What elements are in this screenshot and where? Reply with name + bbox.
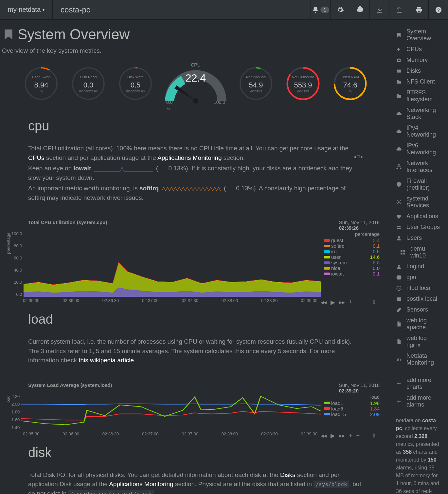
wikipedia-link[interactable]: this wikipedia article bbox=[79, 357, 134, 364]
alerts-button[interactable]: 1 bbox=[311, 0, 330, 20]
chart-rewind-button[interactable]: ◂◂ bbox=[321, 299, 327, 306]
svg-rect-21 bbox=[400, 168, 402, 169]
load-plot[interactable] bbox=[21, 394, 321, 430]
chart-play-button[interactable]: ▶ bbox=[331, 432, 335, 439]
chart-play-button[interactable]: ▶ bbox=[331, 299, 335, 306]
sidebar-item-label: add more alarms bbox=[406, 394, 441, 408]
sidebar-item-label: IPv6 Networking bbox=[406, 142, 441, 156]
chart-zoomout-button[interactable]: − bbox=[356, 299, 360, 306]
legend-item[interactable]: iowait0.1 bbox=[324, 271, 380, 276]
print-button[interactable] bbox=[409, 0, 428, 20]
settings-button[interactable] bbox=[330, 0, 350, 20]
cloud-button[interactable] bbox=[350, 0, 369, 20]
legend-value: 1.98 bbox=[370, 400, 380, 406]
host-name: costa-pc bbox=[53, 5, 98, 14]
legend-item[interactable]: load11.98 bbox=[324, 400, 380, 406]
brand-dropdown[interactable]: my-netdata ▾ bbox=[0, 0, 53, 19]
gauge-net-out[interactable]: Net Outbound553.9kilobits/s bbox=[283, 64, 323, 103]
sidebar-item-add-more-alarms[interactable]: add more alarms bbox=[389, 392, 448, 410]
chart-forward-button[interactable]: ▸▸ bbox=[339, 432, 345, 439]
legend-item[interactable]: user14.6 bbox=[324, 254, 380, 260]
gauge-value: 0.0 bbox=[69, 81, 108, 89]
sidebar-item-web-log-apache[interactable]: web log apache bbox=[389, 315, 448, 333]
sidebar-item-disks[interactable]: Disks bbox=[389, 66, 448, 76]
gauge-net-in[interactable]: Net Inbound54.9kilobits/s bbox=[236, 64, 276, 103]
th-icon bbox=[400, 249, 406, 255]
footer-info: netdata on costa-pc, collects every seco… bbox=[389, 410, 448, 494]
chart-zoomout-button[interactable]: − bbox=[356, 432, 360, 439]
sidebar-item-firewall-netfilter-[interactable]: Firewall (netfilter) bbox=[389, 176, 448, 193]
gauge-label: Used RAM bbox=[331, 75, 370, 79]
chart-resize-button[interactable]: ⇕ bbox=[371, 299, 376, 306]
sidebar-item-netdata-monitoring[interactable]: Netdata Monitoring bbox=[389, 351, 448, 368]
legend-item[interactable]: load51.84 bbox=[324, 406, 380, 411]
disks-link[interactable]: Disks bbox=[280, 471, 295, 478]
gauge-disk-write[interactable]: Disk Write0.5megabytes/s bbox=[116, 64, 155, 103]
upload-button[interactable] bbox=[389, 0, 409, 20]
y-ticks: 2.202.001.801.601.40 bbox=[11, 394, 21, 430]
sidebar-item-label: add more charts bbox=[406, 377, 441, 390]
gauge-label: CPU bbox=[163, 62, 228, 67]
sidebar-item-network-interfaces[interactable]: Network Interfaces bbox=[389, 158, 448, 176]
apps-link[interactable]: Applications Monitoring bbox=[109, 481, 173, 487]
sidebar-item-postfix-local[interactable]: postfix local bbox=[389, 294, 448, 304]
legend-value: 6.6 bbox=[373, 260, 380, 265]
sidebar-item-ipv6-networking[interactable]: IPv6 Networking bbox=[389, 140, 448, 158]
sidebar-item-user-groups[interactable]: User Groups bbox=[389, 222, 448, 233]
sidebar-item-label: Networking Stack bbox=[406, 107, 441, 121]
gauge-cpu[interactable]: CPU 22.4 0.0 100.0 % bbox=[163, 62, 228, 105]
file-icon bbox=[396, 321, 402, 327]
user-icon bbox=[396, 235, 402, 241]
legend-item[interactable]: softirq0.1 bbox=[324, 243, 380, 249]
sidebar-item-add-more-charts[interactable]: add more charts bbox=[389, 375, 448, 392]
sidebar-item-label: Disks bbox=[406, 67, 421, 74]
gauge-unit: megabytes/s bbox=[116, 89, 155, 93]
gauge-unit: % bbox=[22, 89, 61, 93]
sidebar-item-ntpd-local[interactable]: ntpd local bbox=[389, 283, 448, 294]
iowait-sparkline bbox=[94, 165, 153, 172]
gauge-swap[interactable]: Used Swap8.94% bbox=[22, 64, 61, 103]
cpu-plot[interactable] bbox=[24, 231, 321, 297]
chart-zoomin-button[interactable]: + bbox=[349, 432, 352, 439]
gauges-row: Used Swap8.94% Disk Read0.0megabytes/s D… bbox=[2, 59, 389, 113]
x-ticks: 02:35:3002:36:0002:36:3002:37:0002:37:30… bbox=[5, 430, 321, 439]
chart-resize-button[interactable]: ⇕ bbox=[371, 432, 376, 439]
legend-value: 0.1 bbox=[373, 243, 380, 249]
softirq-sparkline bbox=[162, 185, 221, 192]
cpus-link[interactable]: CPUs bbox=[28, 154, 45, 161]
download-button[interactable] bbox=[369, 0, 389, 20]
sidebar-item-label: Netdata Monitoring bbox=[406, 352, 441, 366]
sidebar-item-btrfs-filesystem[interactable]: BTRFS filesystem bbox=[389, 87, 448, 105]
gauge-ram[interactable]: Used RAM74.6% bbox=[331, 64, 370, 103]
legend-item[interactable]: load152.09 bbox=[324, 411, 380, 417]
legend-header: percentage bbox=[324, 231, 380, 237]
sidebar-item-nfs-client[interactable]: NFS Client bbox=[389, 76, 448, 87]
gauge-disk-read[interactable]: Disk Read0.0megabytes/s bbox=[69, 64, 108, 103]
sidebar-item-gpu[interactable]: gpu bbox=[389, 272, 448, 283]
sidebar-item-systemd-services[interactable]: systemd Services bbox=[389, 193, 448, 211]
chart-zoomin-button[interactable]: + bbox=[349, 299, 352, 306]
nav-arrows[interactable]: ◂ □ ▸ bbox=[353, 153, 363, 160]
apps-link[interactable]: Applications Monitoring bbox=[157, 154, 222, 161]
chart-forward-button[interactable]: ▸▸ bbox=[339, 299, 345, 306]
sidebar-item-ipv4-networking[interactable]: IPv4 Networking bbox=[389, 123, 448, 140]
help-button[interactable]: ? bbox=[428, 0, 448, 20]
sidebar-item-logind[interactable]: Logind bbox=[389, 261, 448, 272]
sidebar-item-sensors[interactable]: Sensors bbox=[389, 304, 448, 315]
sidebar-item-system-overview[interactable]: System Overview bbox=[389, 26, 448, 44]
sidebar-item-applications[interactable]: Applications bbox=[389, 211, 448, 222]
legend-item[interactable]: nice0.0 bbox=[324, 265, 380, 271]
sidebar-item-cpus[interactable]: CPUs bbox=[389, 44, 448, 55]
bolt-icon bbox=[396, 47, 402, 52]
legend-item[interactable]: system6.6 bbox=[324, 260, 380, 265]
sidebar-item-memory[interactable]: Memory bbox=[389, 55, 448, 66]
sidebar-item-web-log-nginx[interactable]: web log nginx bbox=[389, 333, 448, 351]
sidebar-item-users[interactable]: Users bbox=[389, 233, 448, 243]
legend-item[interactable]: guest0.4 bbox=[324, 238, 380, 243]
svg-rect-32 bbox=[397, 297, 401, 301]
sidebar-item-networking-stack[interactable]: Networking Stack bbox=[389, 105, 448, 123]
sidebar-item-qemu-win10[interactable]: qemu win10 bbox=[389, 243, 448, 261]
sidebar-item-label: Logind bbox=[406, 263, 424, 270]
chart-rewind-button[interactable]: ◂◂ bbox=[321, 432, 327, 439]
legend-item[interactable]: irq0.5 bbox=[324, 249, 380, 254]
